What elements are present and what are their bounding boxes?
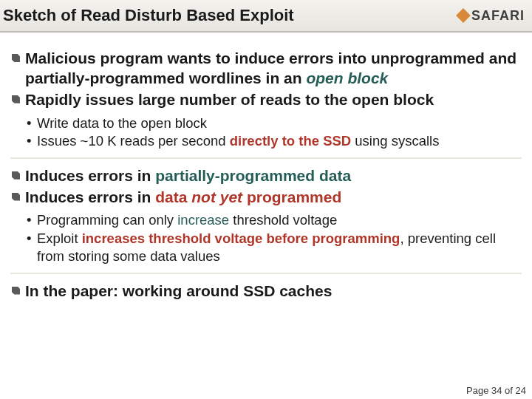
sub-bullet-item: Issues ~10 K reads per second directly t… [10, 132, 522, 150]
title-bar: Sketch of Read Disturb Based Exploit SAF… [0, 0, 532, 33]
bullet-list-1: Malicious program wants to induce errors… [10, 49, 522, 110]
sub-text: Exploit [37, 231, 82, 246]
sub-bullet-list-1: Write data to the open block Issues ~10 … [10, 115, 522, 150]
sub-bullet-item: Exploit increases threshold voltage befo… [10, 230, 522, 265]
slide-body: Malicious program wants to induce errors… [0, 33, 532, 301]
logo-text: SAFARI [471, 8, 525, 24]
bullet-text-red: data [155, 188, 191, 205]
sub-text-red: increases threshold voltage before progr… [82, 231, 400, 246]
safari-logo: SAFARI [458, 8, 525, 24]
bullet-item: Induces errors in partially-programmed d… [10, 166, 522, 186]
sub-text: threshold voltage [229, 212, 337, 228]
bullet-text-green: partially-programmed data [155, 167, 351, 184]
sub-bullet-list-2: Programming can only increase threshold … [10, 211, 522, 265]
bullet-text-red: programmed [242, 188, 341, 205]
separator [10, 157, 522, 159]
bullet-item: Induces errors in data not yet programme… [10, 188, 522, 208]
separator [10, 273, 522, 274]
sub-bullet-item: Write data to the open block [10, 115, 522, 132]
bullet-item: Malicious program wants to induce errors… [10, 49, 522, 89]
sub-text: Programming can only [37, 212, 177, 228]
bullet-text: Rapidly issues large number of reads to … [25, 91, 434, 108]
page-number: Page 34 of 24 [466, 385, 526, 396]
bullet-emph: open block [306, 69, 388, 86]
bullet-item: In the paper: working around SSD caches [10, 282, 522, 301]
bullet-item: Rapidly issues large number of reads to … [10, 90, 522, 110]
bullet-text: In the paper: working around SSD caches [25, 282, 332, 299]
slide-title: Sketch of Read Disturb Based Exploit [3, 6, 294, 25]
sub-text-green: increase [177, 212, 229, 228]
bullet-text-red-italic: not yet [191, 188, 242, 205]
bullet-text: Malicious program wants to induce errors… [25, 50, 516, 86]
bullet-text: Induces errors in [25, 167, 155, 184]
sub-text-red: directly to the SSD [230, 133, 351, 149]
sub-bullet-item: Programming can only increase threshold … [10, 211, 522, 229]
sub-text: using syscalls [351, 133, 439, 149]
logo-diamond-icon [456, 8, 471, 23]
sub-text: Write data to the open block [37, 115, 207, 131]
sub-text: Issues ~10 K reads per second [37, 133, 230, 149]
bullet-list-3: In the paper: working around SSD caches [10, 282, 522, 301]
bullet-text: Induces errors in [25, 188, 155, 205]
bullet-list-2: Induces errors in partially-programmed d… [10, 166, 522, 208]
